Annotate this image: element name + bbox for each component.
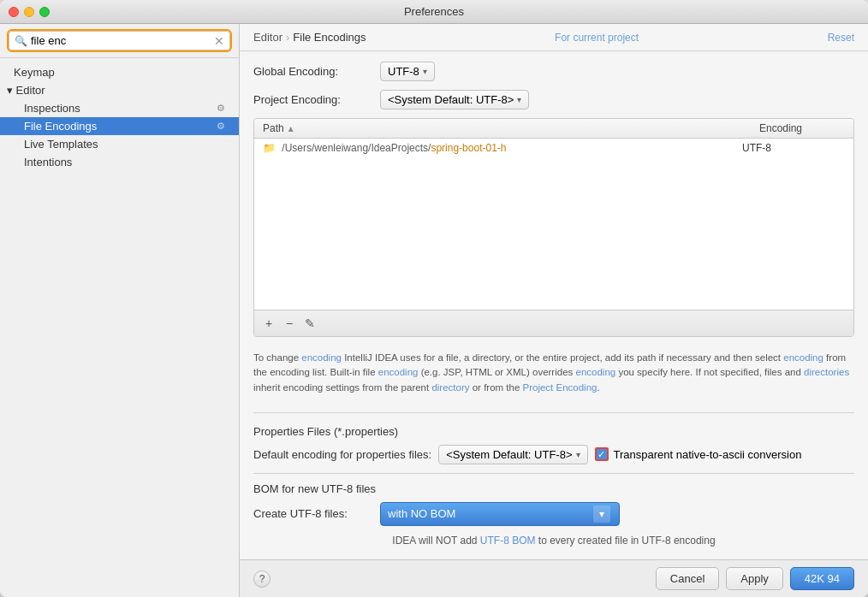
sidebar-nav: Keymap ▾ Editor Inspections ⚙ File Encod… <box>0 58 239 597</box>
inspections-badge: ⚙ <box>217 103 225 114</box>
sidebar-item-label: Keymap <box>14 66 55 79</box>
create-utf8-value: with NO BOM <box>388 507 455 520</box>
close-button[interactable] <box>9 7 19 17</box>
sidebar-item-label: Inspections <box>24 102 80 115</box>
path-prefix: /Users/wenleiwang/IdeaProjects/ <box>282 142 431 154</box>
sidebar-item-live-templates[interactable]: Live Templates <box>0 135 239 153</box>
sidebar-item-label: Live Templates <box>24 138 98 151</box>
bom-section-title: BOM for new UTF-8 files <box>253 482 854 495</box>
table-toolbar: + − ✎ <box>254 310 853 336</box>
project-encoding-row: Project Encoding: <System Default: UTF-8… <box>253 90 854 109</box>
default-encoding-value: <System Default: UTF-8> <box>446 448 572 461</box>
ok-button[interactable]: 42K 94 <box>790 567 854 590</box>
create-utf8-label: Create UTF-8 files: <box>253 507 373 520</box>
encoding-link-4[interactable]: encoding <box>576 367 616 377</box>
folder-icon: 📁 <box>263 142 276 154</box>
create-utf8-row: Create UTF-8 files: with NO BOM ▾ <box>253 502 854 526</box>
preferences-window: Preferences 🔍 ✕ Keymap ▾ Editor Inspe <box>0 0 868 597</box>
info-text: To change encoding IntelliJ IDEA uses fo… <box>253 346 854 400</box>
project-encoding-dropdown[interactable]: <System Default: UTF-8> ▾ <box>380 90 529 109</box>
dropdown-arrow-icon: ▾ <box>576 450 580 459</box>
blue-dropdown-arrow-icon: ▾ <box>593 505 610 523</box>
breadcrumb-separator: › <box>286 31 289 44</box>
transparent-conversion-checkbox[interactable] <box>595 447 609 461</box>
window-title: Preferences <box>404 5 464 18</box>
main-panel: Editor › File Encodings For current proj… <box>240 24 868 597</box>
edit-row-button[interactable]: ✎ <box>300 314 319 333</box>
sidebar: 🔍 ✕ Keymap ▾ Editor Inspections ⚙ File E… <box>0 24 240 597</box>
checkbox-wrap: Transparent native-to-ascii conversion <box>595 447 802 461</box>
default-encoding-row: Default encoding for properties files: <… <box>253 445 854 464</box>
footer-left: ? <box>253 570 271 588</box>
reset-button[interactable]: Reset <box>828 32 854 44</box>
col-encoding: Encoding <box>751 119 853 138</box>
default-encoding-dropdown[interactable]: <System Default: UTF-8> ▾ <box>438 445 587 464</box>
sidebar-item-inspections[interactable]: Inspections ⚙ <box>0 99 239 117</box>
footer: ? Cancel Apply 42K 94 <box>240 559 868 597</box>
encodings-table: Path ▲ Encoding 📁 /Users/wenleiwang/Idea… <box>253 118 854 337</box>
table-row[interactable]: 📁 /Users/wenleiwang/IdeaProjects/spring-… <box>254 139 853 157</box>
breadcrumb: Editor › File Encodings <box>253 31 366 44</box>
encoding-cell: UTF-8 <box>742 142 845 154</box>
path-cell: 📁 /Users/wenleiwang/IdeaProjects/spring-… <box>263 142 742 154</box>
divider-1 <box>253 412 854 413</box>
sidebar-item-label: File Encodings <box>24 120 97 133</box>
divider-2 <box>253 473 854 474</box>
default-encoding-label: Default encoding for properties files: <box>253 448 431 461</box>
search-icon: 🔍 <box>15 35 27 47</box>
encoding-link-2[interactable]: encoding <box>783 352 823 363</box>
maximize-button[interactable] <box>39 7 50 17</box>
main-content: 🔍 ✕ Keymap ▾ Editor Inspections ⚙ File E… <box>0 24 868 597</box>
encoding-link-3[interactable]: encoding <box>378 367 419 377</box>
global-encoding-row: Global Encoding: UTF-8 ▾ <box>253 62 854 81</box>
dropdown-arrow-icon: ▾ <box>517 95 521 104</box>
footer-right: Cancel Apply 42K 94 <box>656 567 854 590</box>
dropdown-arrow-icon: ▾ <box>423 67 427 76</box>
project-encoding-link[interactable]: Project Encoding <box>523 382 597 393</box>
properties-section-title: Properties Files (*.properties) <box>253 422 854 438</box>
path-highlight: spring-boot-01-h <box>431 142 506 154</box>
sidebar-item-intentions[interactable]: Intentions <box>0 153 239 171</box>
sort-icon: ▲ <box>287 124 295 133</box>
project-encoding-value: <System Default: UTF-8> <box>388 93 514 106</box>
global-encoding-dropdown[interactable]: UTF-8 ▾ <box>380 62 435 81</box>
apply-button[interactable]: Apply <box>726 567 783 590</box>
project-encoding-label: Project Encoding: <box>253 93 373 106</box>
file-encodings-badge: ⚙ <box>217 121 225 132</box>
search-input[interactable] <box>31 34 211 47</box>
checkbox-label: Transparent native-to-ascii conversion <box>614 448 802 461</box>
search-clear-icon[interactable]: ✕ <box>214 35 224 47</box>
utf8-bom-link[interactable]: UTF-8 BOM <box>480 535 536 547</box>
col-path: Path ▲ <box>254 119 751 138</box>
sidebar-item-editor[interactable]: ▾ Editor <box>0 81 239 99</box>
help-button[interactable]: ? <box>253 570 271 588</box>
encoding-link-1[interactable]: encoding <box>301 352 342 363</box>
sidebar-item-label: Intentions <box>24 156 72 168</box>
create-utf8-dropdown[interactable]: with NO BOM ▾ <box>380 502 620 526</box>
cancel-button[interactable]: Cancel <box>656 567 719 590</box>
sidebar-item-keymap[interactable]: Keymap <box>0 63 239 81</box>
directories-link[interactable]: directories <box>804 367 849 377</box>
directory-link[interactable]: directory <box>431 382 469 393</box>
minimize-button[interactable] <box>24 7 34 17</box>
traffic-lights <box>9 7 50 17</box>
panel-header: Editor › File Encodings For current proj… <box>240 24 868 51</box>
bom-info: IDEA will NOT add UTF-8 BOM to every cre… <box>253 535 854 547</box>
search-bar: 🔍 ✕ <box>0 24 239 58</box>
title-bar: Preferences <box>0 0 868 24</box>
for-current-project-link[interactable]: For current project <box>555 32 639 44</box>
breadcrumb-current: File Encodings <box>293 31 366 44</box>
add-row-button[interactable]: + <box>259 314 278 333</box>
breadcrumb-root: Editor <box>253 31 282 44</box>
remove-row-button[interactable]: − <box>280 314 299 333</box>
global-encoding-value: UTF-8 <box>388 65 419 78</box>
global-encoding-label: Global Encoding: <box>253 65 373 78</box>
table-body: 📁 /Users/wenleiwang/IdeaProjects/spring-… <box>254 139 853 310</box>
table-header: Path ▲ Encoding <box>254 119 853 139</box>
search-input-wrap[interactable]: 🔍 ✕ <box>9 31 230 50</box>
sidebar-item-label: ▾ Editor <box>7 84 45 97</box>
sidebar-item-file-encodings[interactable]: File Encodings ⚙ <box>0 117 239 135</box>
panel-body: Global Encoding: UTF-8 ▾ Project Encodin… <box>240 51 868 559</box>
